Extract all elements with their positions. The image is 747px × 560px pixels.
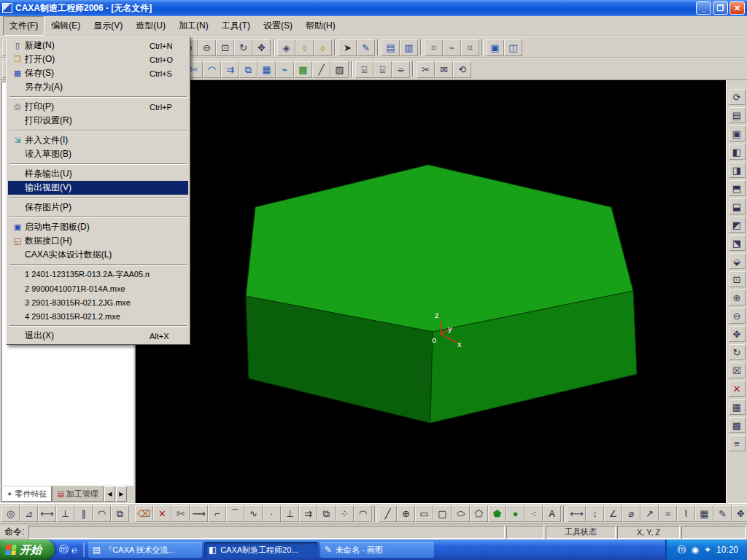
task-caxa-me[interactable]: ◧ CAXA制造工程师20... (204, 542, 318, 558)
zoom-out-view-button[interactable]: ⊖ (729, 308, 746, 324)
sketch-perpendicular-button[interactable]: ⟂ (56, 505, 74, 522)
menu-tools[interactable]: 工具(T) (215, 16, 257, 36)
dim-vertical-button[interactable]: ↕ (586, 505, 604, 522)
weld-symbol-button[interactable]: ⌇ (677, 505, 695, 522)
grid-plane-button[interactable]: ▩ (294, 61, 312, 78)
minimize-button[interactable]: _ (696, 1, 711, 15)
menu-model[interactable]: 造型(U) (129, 16, 172, 36)
polygon-primitive-button[interactable]: ⬠ (470, 505, 488, 522)
menu-recent-2[interactable]: 2 99000410071R-014A.mxe (8, 281, 188, 295)
surface-fillet-button[interactable]: ◠ (203, 61, 221, 78)
sketch-dimension-button[interactable]: ⟷ (38, 505, 56, 522)
machining-track-button[interactable]: ⌗ (425, 39, 443, 56)
menu-caxa-solid-data[interactable]: CAXA实体设计数据(L) (8, 248, 188, 262)
perpendicular-line-button[interactable]: ⟂ (281, 505, 299, 522)
rectangle-primitive-button[interactable]: ▭ (415, 505, 433, 522)
menu-sep-3[interactable] (9, 163, 187, 165)
quicklaunch-messenger-icon[interactable]: ⓜ (59, 543, 69, 556)
offset-curve-button[interactable]: ⇉ (299, 505, 317, 522)
wirecut-right-button[interactable]: ⍄ (374, 61, 392, 78)
machining-post-button[interactable]: ⌗ (461, 39, 479, 56)
menu-print[interactable]: ⎙ 打印(P) Ctrl+P (8, 100, 188, 114)
toolbar-separator-button[interactable] (273, 39, 275, 55)
sketch-circle-dim-button[interactable]: ◎ (1, 505, 20, 522)
curve-trim-button[interactable]: ✄ (171, 505, 190, 522)
grid-toggle-button[interactable]: ▩ (729, 417, 746, 433)
toolbar-separator-button[interactable] (377, 39, 379, 55)
view-top-button[interactable]: ⬒ (729, 180, 746, 196)
quicklaunch-browser-icon[interactable]: ℮ (71, 545, 77, 556)
tray-messenger-icon[interactable]: ⓜ (677, 544, 686, 556)
menu-recent-1[interactable]: 1 2401-123135R-013.2A-字AA05.mxe (8, 268, 188, 281)
menu-machining[interactable]: 加工(N) (172, 16, 215, 36)
display-shaded-button[interactable]: ▣ (729, 125, 746, 141)
table-tool-button[interactable]: ▦ (695, 505, 713, 522)
menu-merge-file[interactable]: ⇲ 并入文件(I) (8, 133, 188, 147)
filled-circle-button[interactable]: ● (506, 505, 525, 522)
menu-exit[interactable]: 退出(X) Alt+X (8, 329, 188, 343)
edit-entity-button[interactable]: ✎ (713, 505, 732, 522)
point-tool-button[interactable]: ∙ (263, 505, 281, 522)
wirecut-left-button[interactable]: ⍃ (355, 61, 374, 78)
array-curve-button[interactable]: ⁘ (336, 505, 354, 522)
circle-primitive-button[interactable]: ⊕ (397, 505, 415, 522)
sketch-tangent-button[interactable]: ◠ (93, 505, 111, 522)
tag-b-button[interactable]: ⬨ (314, 39, 332, 56)
layer-manager-button[interactable]: ▦ (729, 399, 746, 415)
close-button[interactable]: ✕ (729, 1, 745, 15)
arc-tool-button[interactable]: ⌒ (226, 505, 244, 522)
menu-sep-6[interactable] (9, 264, 187, 265)
rounded-rectangle-button[interactable]: ▢ (433, 505, 452, 522)
tray-input-method-icon[interactable]: ✦ (704, 545, 711, 555)
menu-file[interactable]: 文件(F) (3, 16, 44, 36)
tab-scroll-prev-button[interactable]: ◀ (104, 486, 115, 502)
mirror-curve-button[interactable]: ⧉ (317, 505, 336, 522)
command-input[interactable] (28, 526, 505, 539)
curve-extend-button[interactable]: ⟿ (190, 505, 208, 522)
menu-edit[interactable]: 编辑(E) (44, 16, 87, 36)
hatch-tool-button[interactable]: ▨ (330, 61, 349, 78)
menu-settings[interactable]: 设置(S) (257, 16, 299, 36)
start-button[interactable]: 开始 (0, 540, 55, 560)
pan-tool-button[interactable]: ✥ (729, 326, 746, 342)
roughness-symbol-button[interactable]: ≈ (659, 505, 677, 522)
screen-layout-1-button[interactable]: ▣ (486, 39, 504, 56)
view-front-button[interactable]: ◧ (729, 144, 746, 160)
menu-recent-4[interactable]: 4 2901-83015R-021.2.mxe (8, 309, 188, 323)
view-right-button[interactable]: ⬔ (729, 235, 746, 251)
view-isometric-button[interactable]: ⬙ (729, 253, 746, 269)
screen-layout-2-button[interactable]: ◫ (504, 39, 522, 56)
machining-sim-button[interactable]: ⌁ (443, 39, 461, 56)
menu-launch-edb[interactable]: ▣ 启动电子图板(D) (8, 220, 188, 234)
capture-point-button[interactable]: ◈ (277, 39, 295, 56)
view-bottom-button[interactable]: ⬓ (729, 198, 746, 214)
properties-button[interactable]: ≡ (729, 435, 746, 451)
view-left-button[interactable]: ◩ (729, 217, 746, 233)
menu-recent-3[interactable]: 3 2901-83015R-021.2JG.mxe (8, 295, 188, 309)
toolbar-separator-button[interactable] (420, 39, 422, 55)
wirecut-path-button[interactable]: ⌯ (392, 61, 410, 78)
menu-print-setup[interactable]: 打印设置(R) (8, 114, 188, 128)
ellipse-primitive-button[interactable]: ⬭ (452, 505, 470, 522)
toolbar-separator-button[interactable] (334, 39, 336, 55)
leader-tool-button[interactable]: ↗ (640, 505, 659, 522)
toolbar-separator-button[interactable] (563, 506, 565, 522)
menu-spline-output[interactable]: 样条输出(U) (8, 167, 188, 181)
sheet-grid-button[interactable]: ▥ (400, 39, 418, 56)
zoom-window-button[interactable]: ⊡ (216, 39, 234, 56)
sketch-pen-button[interactable]: ✎ (357, 39, 375, 56)
multi-point-button[interactable]: ⁖ (525, 505, 543, 522)
menu-sep-2[interactable] (9, 130, 187, 131)
zoom-in-view-button[interactable]: ⊕ (729, 289, 746, 306)
tab-machining-manager[interactable]: ▤ 加工管理 (52, 486, 103, 502)
tag-a-button[interactable]: ⬨ (295, 39, 314, 56)
dim-horizontal-button[interactable]: ⟷ (568, 505, 586, 522)
menu-sep-7[interactable] (9, 325, 187, 327)
task-paint[interactable]: ✎ 未命名 - 画图 (320, 542, 434, 558)
sketch-symmetry-button[interactable]: ⧉ (111, 505, 129, 522)
surface-offset-button[interactable]: ⇉ (221, 61, 239, 78)
menu-sep-4[interactable] (9, 197, 187, 198)
orbit-tool-button[interactable]: ⟲ (453, 61, 471, 78)
menu-open[interactable]: ❒ 打开(O) Ctrl+O (8, 52, 188, 66)
view-back-button[interactable]: ◨ (729, 162, 746, 178)
